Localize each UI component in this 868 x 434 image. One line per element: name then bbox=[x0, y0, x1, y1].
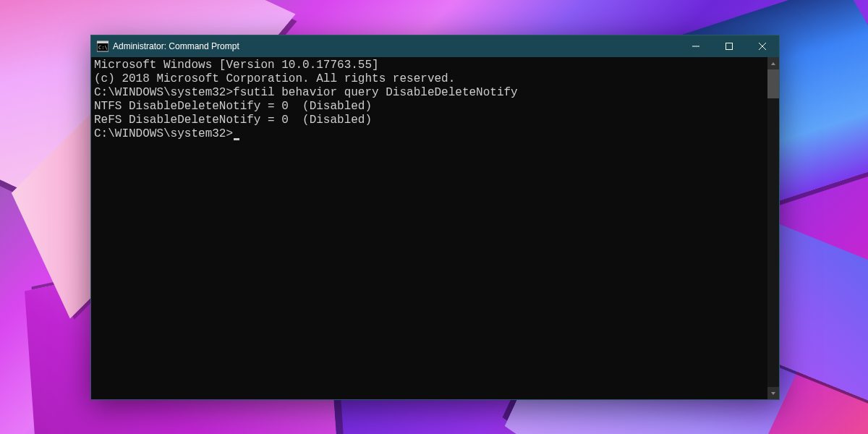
terminal-line: Microsoft Windows [Version 10.0.17763.55… bbox=[94, 59, 765, 72]
svg-marker-8 bbox=[771, 392, 775, 395]
scroll-down-button[interactable] bbox=[767, 387, 779, 399]
terminal-prompt: C:\WINDOWS\system32> bbox=[94, 127, 233, 140]
minimize-button[interactable] bbox=[679, 35, 712, 57]
svg-text:C:\: C:\ bbox=[98, 45, 108, 51]
terminal-line: (c) 2018 Microsoft Corporation. All righ… bbox=[94, 72, 765, 86]
svg-rect-4 bbox=[726, 43, 733, 50]
cursor-icon bbox=[234, 138, 239, 140]
scroll-up-button[interactable] bbox=[767, 57, 779, 69]
scroll-track[interactable] bbox=[767, 69, 779, 387]
terminal-content[interactable]: Microsoft Windows [Version 10.0.17763.55… bbox=[91, 57, 767, 399]
terminal-body: Microsoft Windows [Version 10.0.17763.55… bbox=[91, 57, 779, 399]
svg-rect-1 bbox=[97, 41, 109, 43]
command-prompt-window: C:\ Administrator: Command Prompt Micros… bbox=[90, 35, 780, 400]
terminal-line: NTFS DisableDeleteNotify = 0 (Disabled) bbox=[94, 100, 765, 114]
terminal-line: ReFS DisableDeleteNotify = 0 (Disabled) bbox=[94, 114, 765, 127]
title-bar[interactable]: C:\ Administrator: Command Prompt bbox=[91, 35, 779, 57]
terminal-line: C:\WINDOWS\system32>fsutil behavior quer… bbox=[94, 86, 765, 100]
vertical-scrollbar[interactable] bbox=[767, 57, 779, 399]
window-controls bbox=[679, 35, 779, 57]
close-button[interactable] bbox=[746, 35, 779, 57]
svg-marker-7 bbox=[771, 62, 775, 65]
cmd-icon: C:\ bbox=[97, 41, 109, 52]
maximize-button[interactable] bbox=[712, 35, 746, 57]
window-title: Administrator: Command Prompt bbox=[113, 41, 679, 51]
scroll-thumb[interactable] bbox=[767, 69, 779, 98]
